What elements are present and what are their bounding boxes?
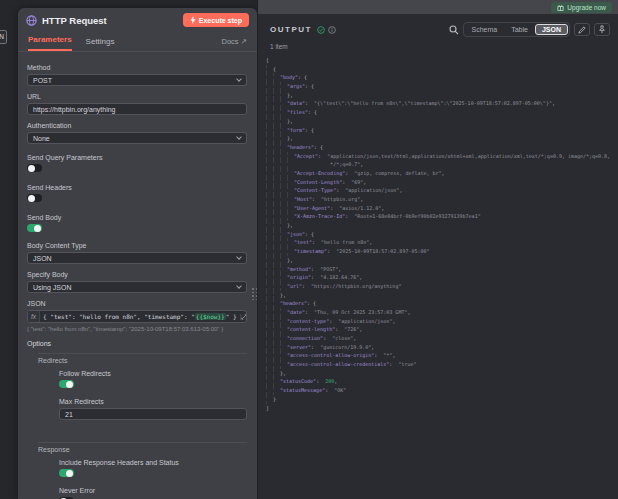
expression-preview: { "test": "hello from n8n", "timestamp":… bbox=[27, 326, 247, 332]
lightning-icon bbox=[190, 16, 196, 24]
url-label: URL bbox=[27, 93, 247, 100]
max-redirects-input[interactable]: 21 bbox=[59, 408, 247, 420]
json-line: "test": "hello from n8n", bbox=[266, 238, 618, 247]
json-line: "headers": { bbox=[266, 299, 618, 308]
json-line: "X-Amzn-Trace-Id": "Root=1-68e84bcf-0b9e… bbox=[266, 212, 618, 221]
json-line: "args": { bbox=[266, 82, 618, 91]
chevron-down-icon bbox=[236, 254, 242, 260]
options-label: Options bbox=[27, 340, 247, 347]
output-header: OUTPUT SchemaTableJSON bbox=[258, 14, 618, 41]
view-tab-schema[interactable]: Schema bbox=[465, 24, 505, 35]
response-section-label: Response bbox=[38, 446, 247, 453]
json-line: ] bbox=[266, 404, 618, 413]
json-output-tree[interactable]: [{"body": {"args": {},"data": "{\"test\"… bbox=[258, 54, 618, 412]
method-select[interactable]: POST bbox=[27, 74, 247, 86]
chevron-down-icon bbox=[236, 283, 242, 289]
upgrade-now-button[interactable]: Upgrade now bbox=[551, 2, 612, 13]
response-section: Response Include Response Headers and St… bbox=[38, 442, 247, 499]
json-line: "content-length": "726", bbox=[266, 325, 618, 334]
json-line: "url": "https://httpbin.org/anything" bbox=[266, 282, 618, 291]
follow-redirects-toggle[interactable] bbox=[59, 380, 74, 388]
docs-link[interactable]: Docs ↗ bbox=[222, 37, 247, 51]
json-line: "access-control-allow-origin": "*", bbox=[266, 351, 618, 360]
json-line: "headers": { bbox=[266, 143, 618, 152]
json-line: "origin": "4.182.64.76", bbox=[266, 273, 618, 282]
json-line: "statusMessage": "OK" bbox=[266, 386, 618, 395]
json-line: "connection": "close", bbox=[266, 334, 618, 343]
json-line: "date": "Thu, 09 Oct 2025 23:57:03 GMT", bbox=[266, 308, 618, 317]
json-line: */*;q=0.7", bbox=[266, 160, 618, 169]
json-line: }, bbox=[266, 117, 618, 126]
json-line: "data": "{\"test\":\"hello from n8n\",\"… bbox=[266, 99, 618, 108]
tab-parameters[interactable]: Parameters bbox=[28, 35, 72, 51]
specify-body-label: Specify Body bbox=[27, 271, 247, 278]
url-input[interactable]: https://httpbin.org/anything bbox=[27, 103, 247, 115]
edit-output-button[interactable] bbox=[574, 23, 590, 36]
follow-redirects-label: Follow Redirects bbox=[59, 370, 247, 377]
json-line: }, bbox=[266, 134, 618, 143]
view-tab-table[interactable]: Table bbox=[504, 24, 535, 35]
authentication-select[interactable]: None bbox=[27, 132, 247, 144]
json-line: }, bbox=[266, 221, 618, 230]
json-line: }, bbox=[266, 256, 618, 265]
json-line: "server": "gunicorn/19.9.0", bbox=[266, 343, 618, 352]
never-error-label: Never Error bbox=[59, 487, 247, 494]
json-line: [ bbox=[266, 56, 618, 65]
send-headers-label: Send Headers bbox=[27, 184, 247, 191]
http-request-node-icon bbox=[26, 15, 37, 26]
json-line: "content-type": "application/json", bbox=[266, 317, 618, 326]
json-line: "Accept-Encoding": "gzip, compress, defl… bbox=[266, 169, 618, 178]
items-count: 1 item bbox=[258, 41, 618, 54]
gift-icon bbox=[557, 4, 564, 11]
expression-fx-icon: fx bbox=[28, 311, 40, 322]
node-settings-panel: HTTP Request Execute step Parameters Set… bbox=[18, 8, 257, 499]
execute-step-button[interactable]: Execute step bbox=[183, 13, 249, 27]
method-label: Method bbox=[27, 64, 247, 71]
json-line: "files": { bbox=[266, 108, 618, 117]
info-icon[interactable] bbox=[328, 26, 336, 34]
json-line: "Content-Type": "application/json", bbox=[266, 186, 618, 195]
node-header: HTTP Request Execute step bbox=[18, 8, 257, 32]
view-tab-json[interactable]: JSON bbox=[535, 24, 568, 35]
json-line: "method": "POST", bbox=[266, 265, 618, 274]
json-line: "body": { bbox=[266, 73, 618, 82]
node-tabs: Parameters Settings Docs ↗ bbox=[18, 32, 257, 52]
chevron-down-icon bbox=[236, 76, 242, 82]
json-body-label: JSON bbox=[27, 300, 247, 307]
body-content-type-select[interactable]: JSON bbox=[27, 252, 247, 264]
top-banner: Upgrade now bbox=[258, 0, 618, 14]
send-headers-toggle[interactable] bbox=[27, 194, 42, 202]
send-query-toggle[interactable] bbox=[27, 164, 42, 172]
success-check-icon bbox=[317, 26, 325, 34]
json-line: "Content-Length": "69", bbox=[266, 178, 618, 187]
redirects-section: Redirects Follow Redirects Max Redirects… bbox=[38, 353, 247, 420]
json-line: }, bbox=[266, 291, 618, 300]
output-view-switcher: SchemaTableJSON bbox=[463, 22, 570, 37]
max-redirects-label: Max Redirects bbox=[59, 398, 247, 405]
send-body-toggle[interactable] bbox=[27, 224, 42, 232]
expand-expression-icon[interactable] bbox=[240, 314, 247, 320]
pin-data-button[interactable] bbox=[594, 23, 610, 36]
send-body-label: Send Body bbox=[27, 214, 247, 221]
json-body-expression-input[interactable]: fx { "test": "hello from n8n", "timestam… bbox=[27, 310, 247, 323]
expression-token: {{$now}} bbox=[195, 313, 226, 320]
json-line: }, bbox=[266, 91, 618, 100]
node-title: HTTP Request bbox=[42, 15, 183, 26]
include-response-headers-label: Include Response Headers and Status bbox=[59, 459, 247, 466]
parameters-form: Method POST URL https://httpbin.org/anyt… bbox=[18, 52, 257, 499]
json-line: "Accept": "application/json,text/html,ap… bbox=[266, 152, 618, 161]
json-line: }, bbox=[266, 369, 618, 378]
workflow-canvas: N bbox=[0, 0, 18, 499]
canvas-node-label: N bbox=[0, 30, 7, 44]
json-line: "User-Agent": "axios/1.12.0", bbox=[266, 204, 618, 213]
include-response-headers-toggle[interactable] bbox=[59, 469, 74, 477]
json-line: "json": { bbox=[266, 230, 618, 239]
search-icon[interactable] bbox=[449, 25, 459, 35]
specify-body-select[interactable]: Using JSON bbox=[27, 281, 247, 293]
json-line: "timestamp": "2025-10-09T18:57:02.897-05… bbox=[266, 247, 618, 256]
json-line: "form": { bbox=[266, 126, 618, 135]
body-content-type-label: Body Content Type bbox=[27, 242, 247, 249]
tab-settings[interactable]: Settings bbox=[86, 37, 115, 51]
json-line: "access-control-allow-credentials": "tru… bbox=[266, 360, 618, 369]
json-line: } bbox=[266, 395, 618, 404]
